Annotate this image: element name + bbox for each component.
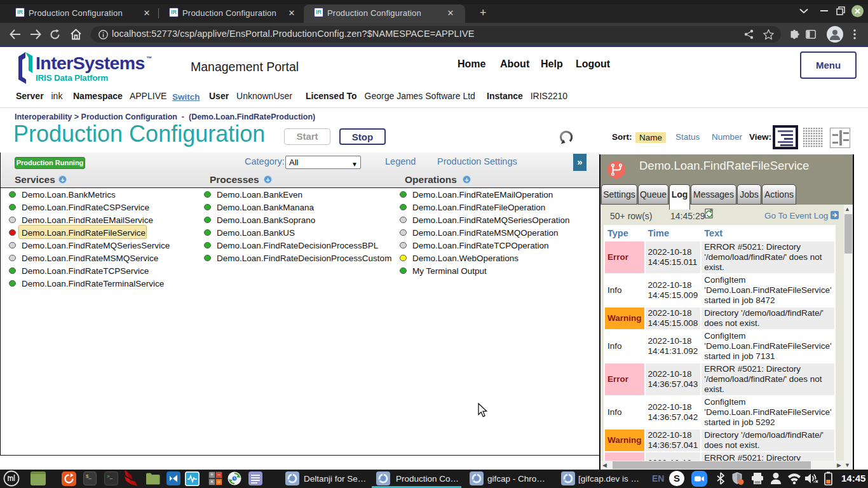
svg-text:™: ™ — [146, 55, 152, 62]
svg-text:IRIS Data Platform: IRIS Data Platform — [36, 73, 108, 83]
svg-text:InterSystems: InterSystems — [36, 53, 145, 73]
